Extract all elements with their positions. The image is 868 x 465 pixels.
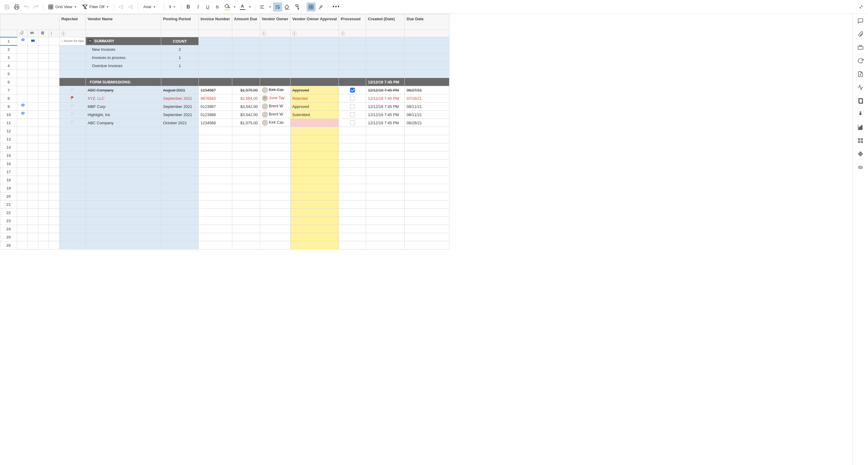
save-button[interactable] — [2, 2, 11, 11]
invoice-cell[interactable]: 1234568 — [198, 119, 232, 127]
summary-item[interactable]: Invoices to process — [86, 54, 161, 62]
summary-count[interactable]: 1 — [161, 54, 198, 62]
owner-cell[interactable]: June Tay — [260, 94, 290, 103]
update-requests-icon[interactable] — [857, 57, 864, 64]
amount-cell[interactable]: $1,575.00 — [232, 86, 260, 94]
highlight-button[interactable] — [316, 2, 325, 11]
vendor-cell[interactable]: Highlight, Inc — [86, 111, 161, 119]
proofs-icon[interactable] — [857, 44, 864, 51]
print-button[interactable] — [12, 2, 21, 11]
period-cell[interactable]: September 2021 — [161, 111, 198, 119]
text-color-button[interactable]: A — [238, 2, 247, 11]
due-cell[interactable]: 08/11/21 — [405, 103, 450, 111]
col-due-date[interactable]: Due Date — [405, 14, 450, 30]
col-created-date[interactable]: Created (Date) — [366, 14, 405, 30]
col-vendor-owner[interactable]: Vendor Owner — [260, 14, 290, 30]
amount-cell[interactable]: $3,542.00 — [232, 103, 260, 111]
conditional-format-button[interactable] — [307, 2, 316, 11]
row-number[interactable]: 26 — [0, 241, 17, 250]
processed-checkbox[interactable] — [339, 119, 366, 127]
invoice-cell[interactable]: 0123988 — [198, 111, 232, 119]
caret-icon[interactable]: ▼ — [232, 5, 238, 8]
col-vendor-name[interactable]: Vendor Name — [86, 14, 161, 30]
apps-icon[interactable] — [857, 137, 864, 144]
owner-cell[interactable]: Brent W — [260, 103, 290, 111]
row-number[interactable]: 12 — [0, 127, 17, 135]
summary-icon[interactable] — [857, 97, 864, 104]
row-number[interactable]: 13 — [0, 135, 17, 143]
collapse-toolbar-button[interactable] — [857, 2, 866, 11]
approval-cell[interactable]: Rejected — [290, 94, 339, 103]
attachments-icon[interactable] — [857, 31, 864, 37]
flag-indicator[interactable] — [60, 86, 86, 94]
jira-icon[interactable] — [857, 151, 864, 157]
amount-cell[interactable]: $3,542.00 — [232, 111, 260, 119]
processed-checkbox[interactable] — [339, 94, 366, 103]
wrap-text-button[interactable] — [273, 2, 282, 11]
col-vendor-owner-approval[interactable]: Vendor Owner Approval — [290, 14, 339, 30]
comments-col-icon[interactable] — [28, 30, 38, 37]
font-selector[interactable]: Arial ▼ — [141, 2, 162, 11]
col-posting-period[interactable]: Posting Period — [161, 14, 198, 30]
bold-button[interactable]: B — [184, 2, 193, 11]
period-cell[interactable]: September 2021 — [161, 103, 198, 111]
summary-count[interactable]: 2 — [161, 45, 198, 54]
info-icon[interactable]: i — [341, 31, 345, 36]
flag-indicator[interactable] — [60, 111, 86, 119]
flag-indicator[interactable] — [60, 103, 86, 111]
processed-checkbox[interactable] — [339, 86, 366, 94]
comment-indicator[interactable] — [28, 37, 38, 45]
brandfolder-icon[interactable] — [857, 111, 864, 117]
due-cell[interactable]: 06/27/21 — [405, 86, 450, 94]
row-number[interactable]: 20 — [0, 192, 17, 200]
attachment-indicator[interactable] — [17, 111, 28, 119]
due-cell[interactable]: 07/19/21 — [405, 94, 450, 103]
row-number[interactable]: 2 — [0, 45, 17, 54]
strikethrough-button[interactable]: S — [213, 2, 222, 11]
vendor-cell[interactable]: ABC Company — [86, 119, 161, 127]
col-amount-due[interactable]: Amount Due — [232, 14, 260, 30]
row-number[interactable]: 18 — [0, 176, 17, 184]
row-number[interactable]: 8 — [0, 94, 17, 103]
created-cell[interactable]: 12/12/19 7:45 PM — [366, 94, 405, 103]
processed-checkbox[interactable] — [339, 103, 366, 111]
chart-icon[interactable] — [857, 124, 864, 130]
row-number[interactable]: 22 — [0, 209, 17, 217]
more-button[interactable]: ••• — [332, 2, 341, 11]
outdent-button[interactable] — [117, 2, 126, 11]
activity-log-icon[interactable] — [857, 84, 864, 91]
underline-button[interactable]: U — [203, 2, 212, 11]
row-number[interactable]: 25 — [0, 233, 17, 241]
processed-checkbox[interactable] — [339, 111, 366, 119]
due-cell[interactable]: 08/26/21 — [405, 119, 450, 127]
owner-cell[interactable]: Kirk Cas — [260, 119, 290, 127]
undo-button[interactable] — [22, 2, 31, 11]
approval-cell[interactable]: Approved — [290, 103, 339, 111]
due-cell[interactable]: 08/11/21 — [405, 111, 450, 119]
align-button[interactable] — [258, 2, 267, 11]
info-icon[interactable]: i — [292, 31, 297, 36]
view-selector[interactable]: Grid View ▼ — [45, 2, 79, 11]
created-cell[interactable]: 12/12/19 7:45 PM — [366, 86, 405, 94]
flag-indicator[interactable] — [60, 94, 86, 103]
row-number[interactable]: 19 — [0, 184, 17, 192]
row-number[interactable]: 11 — [0, 119, 17, 127]
caret-icon[interactable]: ▼ — [267, 5, 272, 8]
row-number[interactable]: 9 — [0, 103, 17, 111]
summary-item[interactable]: New Invoices — [86, 45, 161, 54]
row-number[interactable]: 4 — [0, 62, 17, 70]
col-rejected[interactable]: Rejected — [60, 14, 86, 30]
proof-col-icon[interactable] — [38, 30, 49, 37]
italic-button[interactable]: I — [194, 2, 203, 11]
invoice-cell[interactable]: 1234567 — [198, 86, 232, 94]
invoice-cell[interactable]: 9876543 — [198, 94, 232, 103]
sheet-area[interactable]: Rejected Vendor Name Posting Period Invo… — [0, 14, 852, 465]
row-number[interactable]: 6 — [0, 78, 17, 86]
created-cell[interactable]: 12/12/19 7:45 PM — [366, 111, 405, 119]
created-cell[interactable]: 12/12/19 7:45 PM — [366, 103, 405, 111]
approval-cell[interactable] — [290, 119, 339, 127]
period-cell[interactable]: September 2021 — [161, 94, 198, 103]
redo-button[interactable] — [31, 2, 40, 11]
row-number[interactable]: 7 — [0, 86, 17, 94]
summary-item[interactable]: Overdue Invoices — [86, 62, 161, 70]
